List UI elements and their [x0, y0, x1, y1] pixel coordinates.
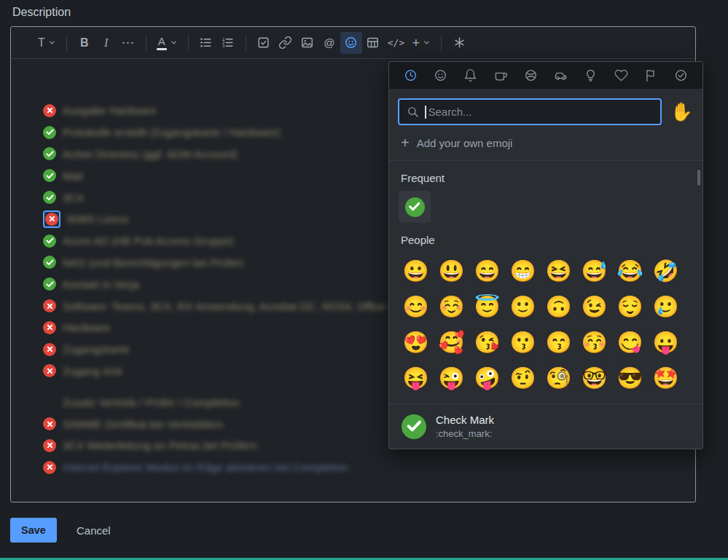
link-button[interactable] — [275, 32, 297, 54]
text-style-label: T — [38, 36, 45, 50]
bullet-list-button[interactable] — [195, 32, 217, 54]
table-button[interactable] — [362, 32, 384, 54]
check-mark-icon — [43, 126, 56, 139]
save-button[interactable]: Save — [10, 518, 57, 543]
emoji-search-input[interactable] — [427, 105, 653, 119]
cancel-button[interactable]: Cancel — [72, 518, 115, 543]
image-icon — [300, 36, 314, 50]
check-circle-icon — [674, 68, 688, 82]
emoji-cell[interactable]: 🤓 — [576, 360, 612, 395]
text-color-button[interactable]: A — [153, 32, 181, 54]
emoji-cell[interactable]: 😚 — [576, 324, 612, 360]
bullet-list-icon — [199, 36, 213, 50]
toolbar-divider — [188, 35, 189, 51]
car-icon — [554, 68, 568, 82]
emoji-cell[interactable]: 😅 — [576, 253, 612, 288]
add-your-own-emoji-button[interactable]: + Add your own emoji — [389, 132, 702, 160]
emoji-cell[interactable]: 😎 — [612, 360, 648, 395]
emoji-cell[interactable]: 😇 — [469, 288, 505, 324]
emoji-cell[interactable]: 😛 — [648, 324, 684, 360]
emoji-cell[interactable]: 😝 — [398, 360, 434, 395]
emoji-tab-food[interactable] — [493, 62, 509, 89]
emoji-search-row: ✋ — [389, 89, 702, 132]
emoji-tab-frequent[interactable] — [402, 62, 419, 89]
editor-line[interactable]: Internet Explorer Modus im Edge aktivier… — [43, 457, 682, 478]
text-caret — [425, 106, 426, 119]
emoji-cell[interactable]: 😄 — [469, 253, 505, 288]
media-button[interactable] — [297, 32, 318, 54]
emoji-cell[interactable]: 😉 — [576, 288, 612, 324]
emoji-tab-symbols[interactable] — [613, 62, 630, 89]
emoji-cell[interactable]: 🤨 — [505, 360, 541, 395]
emoji-grid: 😀😃😄😁😆😅😂🤣😊☺️😇🙂🙃😉😌🥲😍🥰😘😗😙😚😋😛😝😜🤪🤨🧐🤓😎🤩 — [398, 253, 702, 395]
emoji-cell[interactable]: 😋 — [612, 324, 648, 360]
plus-icon: + — [412, 35, 420, 51]
toolbar-divider — [66, 35, 67, 51]
emoji-tab-travel[interactable] — [552, 62, 569, 89]
checkbox-icon — [257, 36, 270, 50]
svg-text:3: 3 — [222, 44, 225, 48]
emoji-cell[interactable]: 🥰 — [434, 324, 469, 360]
emoji-cell[interactable]: 😙 — [541, 324, 576, 360]
toolbar-divider — [441, 35, 442, 51]
emoji-cell[interactable]: 😊 — [398, 288, 434, 324]
emoji-preview-name: Check Mark — [436, 414, 494, 426]
numbered-list-button[interactable]: 123 — [217, 32, 239, 54]
emoji-cell[interactable]: 😌 — [612, 288, 648, 324]
emoji-tab-objects[interactable] — [582, 62, 599, 89]
ai-button[interactable] — [448, 32, 470, 54]
emoji-cell[interactable]: 🤩 — [648, 360, 684, 395]
bold-button[interactable]: B — [74, 32, 95, 54]
emoji-cell[interactable]: 😜 — [434, 360, 469, 395]
emoji-cell[interactable]: 😂 — [612, 253, 648, 288]
emoji-tab-nature[interactable] — [462, 62, 479, 89]
scrollbar-thumb[interactable] — [697, 170, 700, 186]
redacted-text: S/MIME Zertifikat bei Vertrieblern — [63, 418, 223, 430]
emoji-button[interactable] — [340, 32, 362, 54]
redacted-text: Zugangskarte — [63, 343, 130, 355]
emoji-tab-activity[interactable] — [522, 62, 539, 89]
more-formatting-button[interactable]: ⋯ — [117, 32, 139, 54]
mention-button[interactable]: @ — [318, 32, 340, 54]
emoji-scroll-area[interactable]: Frequent People 😀😃😄😁😆😅😂🤣😊☺️😇🙂🙃😉😌🥲😍🥰😘😗😙😚😋… — [389, 160, 702, 403]
emoji-cell[interactable]: 🙂 — [505, 288, 541, 324]
chevron-down-icon — [423, 39, 431, 47]
emoji-cell[interactable]: 🙃 — [541, 288, 576, 324]
code-block-button[interactable]: </> — [384, 32, 408, 54]
redacted-text: Zugang 42A — [63, 365, 122, 377]
emoji-cell[interactable]: 🤪 — [469, 360, 505, 395]
task-list-button[interactable] — [253, 32, 275, 54]
emoji-tab-custom[interactable] — [673, 62, 689, 89]
redacted-text: Ausgabe Hardware — [63, 104, 156, 117]
redacted-text: Protokolle erstellt (Zugangskarte / Hard… — [63, 126, 280, 138]
emoji-cell[interactable]: 😍 — [398, 324, 434, 360]
redacted-text: Active Directory (ggf. ADM-Account) — [63, 148, 238, 160]
italic-button[interactable]: I — [95, 32, 117, 54]
check-mark-icon — [43, 191, 56, 204]
skin-tone-selector[interactable]: ✋ — [670, 103, 693, 121]
emoji-cell[interactable]: 🥲 — [648, 288, 684, 324]
emoji-cell[interactable]: 😃 — [434, 253, 469, 288]
check-mark-icon — [43, 169, 56, 182]
emoji-cell[interactable]: 😁 — [505, 253, 541, 288]
check-mark-icon — [43, 147, 56, 160]
emoji-cell[interactable]: 🧐 — [541, 360, 576, 395]
emoji-cell[interactable]: 😀 — [398, 253, 434, 288]
emoji-cell[interactable]: 😘 — [469, 324, 505, 360]
cup-icon — [494, 68, 508, 82]
emoji-tab-people[interactable] — [432, 62, 449, 89]
text-style-button[interactable]: T — [34, 32, 60, 54]
emoji-search-box[interactable] — [398, 98, 662, 125]
frequent-emoji-check-mark[interactable] — [399, 191, 431, 223]
emoji-cell[interactable]: 🤣 — [648, 253, 684, 288]
numbered-list-icon: 123 — [221, 36, 235, 50]
emoji-tab-flags[interactable] — [643, 62, 659, 89]
redacted-text: M365 Lizenz — [67, 213, 129, 225]
selected-emoji-node[interactable] — [43, 210, 60, 228]
emoji-cell[interactable]: ☺️ — [434, 288, 469, 324]
bulb-icon — [584, 68, 598, 82]
emoji-cell[interactable]: 😗 — [505, 324, 541, 360]
insert-more-button[interactable]: + — [408, 32, 434, 54]
emoji-cell[interactable]: 😆 — [541, 253, 576, 288]
plus-icon: + — [401, 135, 410, 150]
